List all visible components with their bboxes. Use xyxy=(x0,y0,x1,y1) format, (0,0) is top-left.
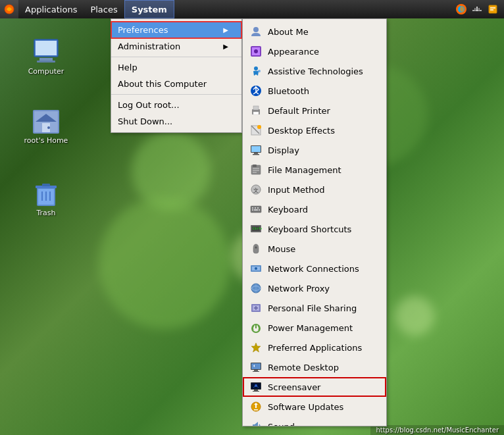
screensaver-label: Screensaver xyxy=(268,382,320,392)
svg-rect-52 xyxy=(257,207,259,209)
keyboard-label: Keyboard xyxy=(268,205,308,215)
desktop-icon-computer[interactable]: Computer xyxy=(20,33,72,78)
desktop-icon-trash[interactable]: Trash xyxy=(20,174,72,220)
svg-rect-72 xyxy=(254,370,258,371)
pref-item-preferred-apps[interactable]: Preferred Applications xyxy=(243,338,386,357)
about-computer-label: About this Computer xyxy=(118,79,207,89)
appearance-icon xyxy=(249,45,263,58)
logout-label: Log Out root... xyxy=(118,100,180,110)
power-label: Power Management xyxy=(268,323,353,333)
svg-rect-12 xyxy=(39,58,53,61)
menu-item-about-computer[interactable]: About this Computer xyxy=(111,76,241,92)
remote-desktop-icon xyxy=(249,361,263,374)
taskbar-app-indicator[interactable] xyxy=(0,0,18,18)
pref-item-desktop-effects[interactable]: Desktop Effects xyxy=(243,120,386,140)
url-text: https://blog.csdn.net/MusicEnchanter xyxy=(376,426,499,434)
preferences-submenu-panel: About Me Appearance Assistive Technologi… xyxy=(242,18,387,426)
administration-arrow: ▶ xyxy=(223,43,228,50)
pref-item-file-sharing[interactable]: Personal File Sharing xyxy=(243,298,386,318)
network-proxy-icon xyxy=(249,282,263,295)
menu-separator-2 xyxy=(111,94,241,95)
svg-rect-4 xyxy=(474,8,476,11)
svg-rect-7 xyxy=(489,5,497,13)
pref-item-printer[interactable]: Default Printer xyxy=(243,101,386,120)
svg-rect-39 xyxy=(251,146,261,152)
svg-text:文: 文 xyxy=(253,188,259,193)
preferred-apps-icon xyxy=(249,341,263,354)
bluetooth-label: Bluetooth xyxy=(268,86,309,96)
power-icon xyxy=(249,321,263,334)
pref-item-keyboard-shortcuts[interactable]: Ctrl+ Keyboard Shortcuts xyxy=(243,219,386,239)
software-updates-icon xyxy=(249,400,263,413)
screensaver-icon xyxy=(249,380,263,394)
menu-separator-1 xyxy=(111,57,241,57)
pref-item-software-updates[interactable]: Software Updates xyxy=(243,397,386,417)
svg-text:Ctrl+: Ctrl+ xyxy=(253,226,262,230)
sound-icon xyxy=(249,420,263,426)
desktop: Applications Places System xyxy=(0,0,504,435)
svg-rect-55 xyxy=(259,209,260,211)
svg-rect-50 xyxy=(252,207,253,209)
pref-item-assistive[interactable]: Assistive Technologies xyxy=(243,61,386,81)
network-proxy-label: Network Proxy xyxy=(268,284,330,294)
network-connections-icon xyxy=(249,262,263,275)
pref-item-bluetooth[interactable]: Bluetooth xyxy=(243,81,386,101)
mouse-icon xyxy=(249,242,263,255)
svg-rect-6 xyxy=(476,7,478,11)
taskbar-applications[interactable]: Applications xyxy=(18,0,84,18)
home-label: root's Home xyxy=(24,136,68,145)
file-mgmt-label: File Management xyxy=(268,165,341,175)
menu-item-administration[interactable]: Administration ▶ xyxy=(111,38,241,55)
pref-item-network-proxy[interactable]: Network Proxy xyxy=(243,278,386,298)
network-taskbar-icon[interactable] xyxy=(471,3,483,15)
svg-rect-5 xyxy=(478,8,480,11)
computer-icon-img xyxy=(30,36,62,67)
pref-item-display[interactable]: Display xyxy=(243,140,386,160)
pref-item-mouse[interactable]: Mouse xyxy=(243,239,386,259)
display-label: Display xyxy=(268,145,299,155)
help-label: Help xyxy=(118,63,138,72)
pref-item-keyboard[interactable]: Keyboard xyxy=(243,199,386,219)
menu-item-shutdown[interactable]: Shut Down... xyxy=(111,113,241,130)
edit-taskbar-icon[interactable] xyxy=(487,3,499,15)
svg-rect-21 xyxy=(42,184,50,186)
preferred-apps-label: Preferred Applications xyxy=(268,343,362,353)
system-menu: Preferences ▶ Administration ▶ Help Abou… xyxy=(111,18,242,133)
pref-item-power[interactable]: Power Management xyxy=(243,318,386,338)
svg-point-63 xyxy=(255,267,257,270)
desktop-icon-home[interactable]: root's Home xyxy=(20,102,72,147)
svg-rect-11 xyxy=(36,41,57,55)
url-bar: https://blog.csdn.net/MusicEnchanter xyxy=(370,425,504,435)
pref-item-sound[interactable]: Sound xyxy=(243,417,386,426)
assistive-icon xyxy=(249,64,263,78)
menu-item-logout[interactable]: Log Out root... xyxy=(111,97,241,113)
trash-label: Trash xyxy=(36,209,55,217)
pref-item-about-me[interactable]: About Me xyxy=(243,22,386,41)
administration-label: Administration xyxy=(118,41,180,51)
svg-rect-78 xyxy=(253,391,259,392)
pref-item-file-mgmt[interactable]: File Management xyxy=(243,160,386,180)
firefox-icon[interactable] xyxy=(455,3,467,15)
svg-rect-43 xyxy=(253,165,257,167)
taskbar-places[interactable]: Places xyxy=(84,0,124,18)
svg-rect-73 xyxy=(253,371,259,372)
taskbar-system[interactable]: System xyxy=(124,0,174,18)
remote-desktop-label: Remote Desktop xyxy=(268,363,339,372)
appearance-label: Appearance xyxy=(268,47,319,57)
trash-icon-img xyxy=(30,177,62,209)
pref-item-network-connections[interactable]: Network Connections xyxy=(243,259,386,278)
pref-item-remote-desktop[interactable]: Remote Desktop xyxy=(243,357,386,377)
menu-item-preferences[interactable]: Preferences ▶ xyxy=(111,22,241,38)
desktop-effects-icon xyxy=(249,124,263,137)
file-sharing-label: Personal File Sharing xyxy=(268,303,357,313)
computer-label: Computer xyxy=(28,67,64,76)
mouse-label: Mouse xyxy=(268,244,295,254)
pref-item-appearance[interactable]: Appearance xyxy=(243,41,386,61)
svg-rect-34 xyxy=(253,112,259,115)
pref-item-input-method[interactable]: 文 Input Method xyxy=(243,180,386,199)
svg-rect-71 xyxy=(251,363,261,369)
printer-label: Default Printer xyxy=(268,106,330,116)
pref-item-screensaver[interactable]: Screensaver xyxy=(243,377,386,397)
input-method-label: Input Method xyxy=(268,185,325,195)
menu-item-help[interactable]: Help xyxy=(111,59,241,76)
